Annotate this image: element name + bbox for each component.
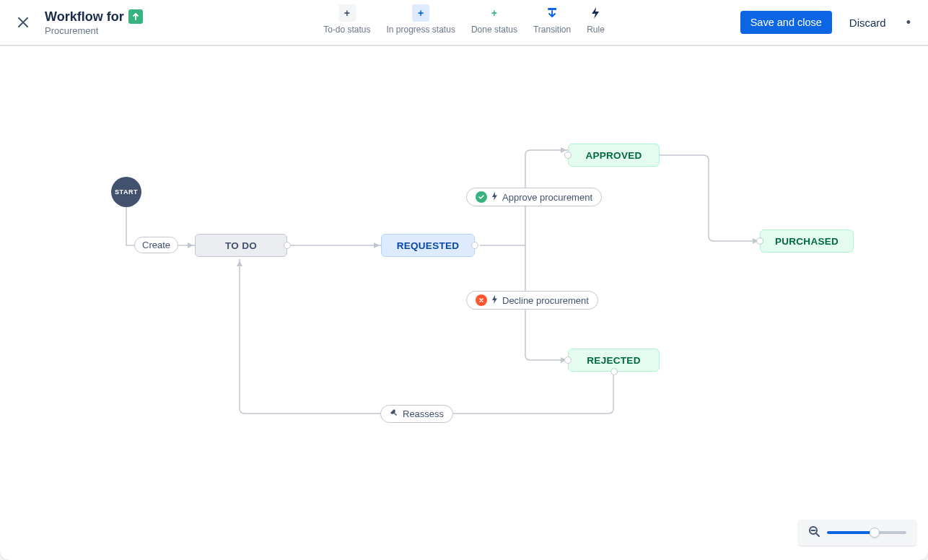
toolbar-label: Transition	[533, 25, 571, 35]
port-icon	[284, 242, 291, 249]
close-icon[interactable]	[14, 14, 32, 31]
toolbar: + To-do status + In progress status + Do…	[323, 4, 605, 35]
header-actions: Save and close Discard •	[740, 11, 914, 34]
title-block: Workflow for Procurement	[45, 9, 143, 36]
transition-approve[interactable]: Approve procurement	[466, 188, 602, 206]
port-icon	[564, 356, 572, 364]
page-title: Workflow for	[45, 9, 143, 25]
svg-marker-1	[188, 242, 193, 248]
workflow-canvas[interactable]: START Create TO DO REQUESTED APPROVED RE…	[0, 48, 928, 560]
check-circle-icon	[476, 191, 487, 203]
port-icon	[610, 368, 618, 375]
status-node-rejected[interactable]: REJECTED	[568, 349, 660, 372]
status-label: REQUESTED	[397, 240, 460, 251]
more-menu-button[interactable]: •	[903, 12, 914, 33]
add-done-status-button[interactable]: + Done status	[471, 4, 517, 35]
status-node-requested[interactable]: REQUESTED	[381, 234, 475, 257]
add-rule-button[interactable]: Rule	[587, 4, 605, 35]
status-label: REJECTED	[587, 355, 640, 366]
workflow-type-icon	[128, 9, 143, 24]
transition-label: Decline procurement	[502, 295, 589, 306]
toolbar-label: Rule	[587, 25, 605, 35]
svg-rect-0	[548, 8, 556, 10]
transition-decline[interactable]: Decline procurement	[466, 291, 598, 310]
bolt-icon	[587, 4, 605, 22]
svg-line-8	[816, 533, 819, 536]
toolbar-label: In progress status	[387, 25, 455, 35]
transition-label: Reassess	[403, 408, 444, 419]
add-inprogress-status-button[interactable]: + In progress status	[387, 4, 455, 35]
status-label: PURCHASED	[775, 236, 839, 247]
transition-reassess[interactable]: Reassess	[380, 405, 453, 423]
header: Workflow for Procurement + To-do status …	[0, 0, 928, 46]
toolbar-label: To-do status	[323, 25, 370, 35]
status-label: TO DO	[225, 240, 257, 251]
status-label: APPROVED	[585, 150, 642, 161]
toolbar-label: Done status	[471, 25, 517, 35]
zoom-out-icon[interactable]	[808, 525, 820, 540]
start-label: START	[115, 188, 138, 196]
start-node[interactable]: START	[111, 177, 141, 207]
transition-create[interactable]: Create	[134, 237, 178, 253]
page-subtitle: Procurement	[45, 25, 143, 36]
port-icon	[564, 152, 572, 159]
port-icon	[756, 237, 763, 245]
plus-icon: +	[338, 4, 356, 22]
zoom-thumb[interactable]	[870, 528, 880, 538]
add-todo-status-button[interactable]: + To-do status	[323, 4, 370, 35]
bolt-icon	[491, 192, 498, 203]
plus-icon: +	[412, 4, 429, 22]
add-transition-button[interactable]: Transition	[533, 4, 571, 35]
transition-icon	[543, 4, 561, 22]
save-button[interactable]: Save and close	[740, 11, 832, 34]
transition-label: Approve procurement	[502, 192, 592, 203]
pin-icon	[390, 408, 398, 419]
port-icon	[471, 242, 478, 249]
svg-marker-2	[374, 242, 380, 248]
zoom-control	[798, 520, 916, 546]
transition-label: Create	[142, 240, 170, 250]
plus-icon: +	[486, 4, 503, 22]
discard-button[interactable]: Discard	[845, 16, 890, 30]
x-circle-icon	[476, 294, 487, 306]
svg-marker-6	[237, 261, 242, 266]
status-node-purchased[interactable]: PURCHASED	[760, 229, 854, 253]
status-node-todo[interactable]: TO DO	[195, 234, 287, 257]
bolt-icon	[491, 295, 498, 306]
edges-layer	[0, 48, 928, 560]
status-node-approved[interactable]: APPROVED	[568, 144, 660, 167]
zoom-slider[interactable]	[827, 531, 906, 534]
title-text: Workflow for	[45, 9, 124, 25]
